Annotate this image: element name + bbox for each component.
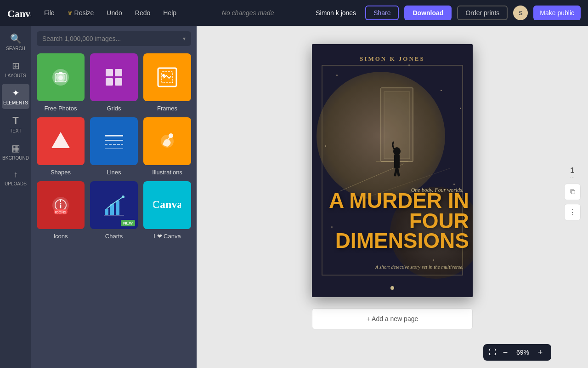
zoom-fit-icon[interactable]: ⛶ xyxy=(489,348,496,356)
svg-rect-5 xyxy=(59,72,62,74)
book-cover[interactable]: SIMON K JONES xyxy=(312,44,473,297)
svg-rect-11 xyxy=(162,72,173,83)
svg-rect-9 xyxy=(115,78,122,86)
panel-item-frames[interactable]: Frames xyxy=(143,53,191,112)
sidebar-item-background-label: BKGROUND xyxy=(2,155,29,161)
panel-item-illustrations[interactable]: Illustrations xyxy=(143,117,191,176)
cover-dot-decoration xyxy=(390,286,394,290)
illustrations-thumb xyxy=(143,117,191,165)
canva-logo[interactable]: Canva xyxy=(7,6,31,20)
order-prints-button[interactable]: Order prints xyxy=(457,6,508,20)
nav-file[interactable]: File xyxy=(40,7,58,18)
uploads-icon: ↑ xyxy=(14,170,18,179)
search-input[interactable] xyxy=(42,35,183,42)
panel-item-icons[interactable]: ICONS Icons xyxy=(37,181,85,240)
charts-thumb: NEW xyxy=(90,181,138,229)
page-options-button[interactable]: ⋮ xyxy=(564,204,581,220)
svg-rect-6 xyxy=(106,69,113,76)
page-number: ⋯ 1 ⋯ xyxy=(570,161,575,180)
add-page-button[interactable]: + Add a new page xyxy=(312,308,473,329)
svg-point-12 xyxy=(162,74,165,77)
svg-rect-10 xyxy=(158,68,176,86)
make-public-button[interactable]: Make public xyxy=(533,6,581,20)
svg-rect-30 xyxy=(116,201,119,215)
nav-undo[interactable]: Undo xyxy=(103,7,125,18)
sidebar-item-elements-label: ELEMENTS xyxy=(3,100,28,105)
panel-grid: Free Photos Grids xyxy=(37,53,191,240)
frames-thumb xyxy=(143,53,191,101)
panel-item-canva[interactable]: Canva I ❤ Canva xyxy=(143,181,191,240)
search-bar[interactable]: ▾ xyxy=(37,31,191,46)
canvas-right-tools: ⋯ 1 ⋯ ⧉ ⋮ xyxy=(564,161,581,220)
free-photos-label: Free Photos xyxy=(45,105,77,112)
canva-thumb: Canva xyxy=(143,181,191,229)
cover-subtitle: A short detective story set in the multi… xyxy=(312,264,464,270)
cover-author: SIMON K JONES xyxy=(312,55,473,63)
topbar: Canva File ♛ Resize Undo Redo Help No ch… xyxy=(0,0,588,26)
shapes-thumb xyxy=(37,117,85,165)
sidebar-item-layouts-label: LAYOUTS xyxy=(5,73,26,78)
panel-item-free-photos[interactable]: Free Photos xyxy=(37,53,85,112)
svg-marker-13 xyxy=(51,132,70,148)
icons-label: Icons xyxy=(53,233,68,240)
panel-item-grids[interactable]: Grids xyxy=(90,53,138,112)
charts-label: Charts xyxy=(105,233,123,240)
canva-item-label: I ❤ Canva xyxy=(153,233,181,240)
elements-icon: ✦ xyxy=(12,87,20,98)
sidebar-item-text[interactable]: T TEXT xyxy=(2,111,29,137)
svg-point-19 xyxy=(169,133,173,138)
panel-item-charts[interactable]: NEW Charts xyxy=(90,181,138,240)
lines-label: Lines xyxy=(107,169,121,176)
share-button[interactable]: Share xyxy=(365,6,399,20)
svg-rect-7 xyxy=(115,69,122,76)
sidebar-item-search[interactable]: 🔍 SEARCH xyxy=(2,29,29,55)
sidebar-item-background[interactable]: ▦ BKGROUND xyxy=(2,139,29,164)
sidebar-item-elements[interactable]: ✦ ELEMENTS xyxy=(2,84,29,109)
zoom-out-button[interactable]: − xyxy=(500,347,511,358)
user-name: Simon k jones xyxy=(316,9,356,17)
chevron-down-icon: ▾ xyxy=(183,35,186,42)
panel-item-shapes[interactable]: Shapes xyxy=(37,117,85,176)
svg-text:Canva: Canva xyxy=(153,198,181,210)
nav-resize[interactable]: ♛ Resize xyxy=(64,7,98,18)
background-icon: ▦ xyxy=(11,143,20,154)
download-button[interactable]: Download xyxy=(404,6,452,20)
icons-thumb: ICONS xyxy=(37,181,85,229)
svg-point-4 xyxy=(58,75,63,80)
lines-thumb xyxy=(90,117,138,165)
zoom-in-button[interactable]: + xyxy=(535,347,546,358)
sidebar-item-uploads-label: UPLOADS xyxy=(5,181,27,186)
duplicate-page-button[interactable]: ⧉ xyxy=(564,184,581,200)
panel-item-lines[interactable]: Lines xyxy=(90,117,138,176)
free-photos-thumb xyxy=(37,53,85,101)
crown-icon: ♛ xyxy=(68,10,73,16)
illustrations-label: Illustrations xyxy=(152,169,182,176)
grids-label: Grids xyxy=(107,105,121,112)
avatar[interactable]: S xyxy=(513,6,528,20)
nav-redo[interactable]: Redo xyxy=(131,7,154,18)
main-area: 🔍 SEARCH ⊞ LAYOUTS ✦ ELEMENTS T TEXT ▦ B… xyxy=(0,26,588,368)
sidebar-item-uploads[interactable]: ↑ UPLOADS xyxy=(2,166,29,190)
search-icon: 🔍 xyxy=(10,33,22,44)
frames-label: Frames xyxy=(157,105,177,112)
sidebar-item-layouts[interactable]: ⊞ LAYOUTS xyxy=(2,57,29,82)
svg-point-25 xyxy=(60,203,62,205)
elements-panel: ▾ Free Photos xyxy=(31,26,197,368)
sidebar-item-search-label: SEARCH xyxy=(6,46,25,51)
svg-text:Canva: Canva xyxy=(7,8,31,19)
svg-text:ICONS: ICONS xyxy=(55,210,66,214)
text-icon: T xyxy=(12,115,18,126)
layouts-icon: ⊞ xyxy=(12,60,20,71)
grids-thumb xyxy=(90,53,138,101)
sidebar-item-text-label: TEXT xyxy=(10,128,22,133)
svg-point-31 xyxy=(122,196,124,198)
zoom-bar: ⛶ − 69% + xyxy=(483,344,551,361)
shapes-label: Shapes xyxy=(51,169,71,176)
zoom-level: 69% xyxy=(514,349,531,356)
icon-sidebar: 🔍 SEARCH ⊞ LAYOUTS ✦ ELEMENTS T TEXT ▦ B… xyxy=(0,26,31,368)
save-status: No changes made xyxy=(186,9,310,17)
nav-help[interactable]: Help xyxy=(159,7,180,18)
canvas-area: SIMON K JONES xyxy=(197,26,588,368)
svg-rect-8 xyxy=(106,78,113,86)
new-badge: NEW xyxy=(121,220,135,226)
